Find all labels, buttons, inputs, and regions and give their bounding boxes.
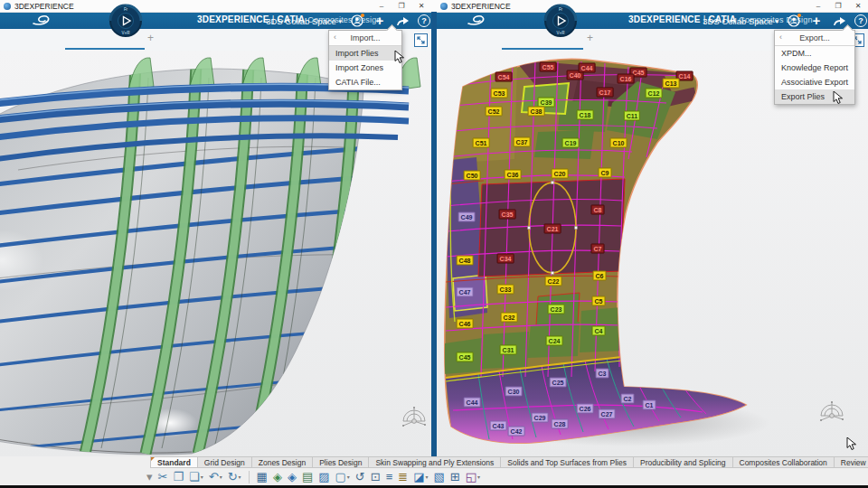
ribbon-tab-zones-design[interactable]: Zones Design [252, 456, 313, 468]
restore-layout-icon[interactable] [414, 33, 428, 47]
undo-icon[interactable]: ↶▾ [207, 469, 224, 484]
ply-label-c52[interactable]: C52 [486, 107, 503, 117]
create-grid-icon[interactable]: ◈ [271, 469, 284, 484]
ply-label-c1[interactable]: C1 [643, 400, 656, 410]
ply-label-c16[interactable]: C16 [618, 74, 635, 84]
ply-label-c37[interactable]: C37 [514, 137, 531, 147]
ply-label-c45[interactable]: C45 [457, 352, 474, 362]
ply-label-c30[interactable]: C30 [505, 387, 523, 397]
copy-icon[interactable]: ❐ [171, 469, 185, 484]
ply-label-c9[interactable]: C9 [599, 168, 612, 178]
ribbon-tab-producibility-and-splicing[interactable]: Producibility and Splicing [634, 456, 733, 468]
surface-check-icon[interactable]: ▧ [431, 469, 446, 484]
close-button[interactable]: ✕ [411, 2, 431, 10]
import-plies-menu-item[interactable]: Import Plies [329, 46, 401, 61]
ply-label-c7[interactable]: C7 [591, 244, 605, 254]
ply-label-c48[interactable]: C48 [457, 256, 474, 266]
xpdm-menu-item[interactable]: XPDM... [775, 46, 854, 61]
share-export-button[interactable] [832, 14, 846, 28]
help-button[interactable]: ? [418, 14, 430, 27]
customize-icon[interactable]: ▾ [145, 469, 155, 484]
ply-label-c34[interactable]: C34 [497, 254, 514, 264]
ply-label-c20[interactable]: C20 [552, 169, 569, 179]
ply-label-c27[interactable]: C27 [599, 409, 616, 419]
ply-label-c18[interactable]: C18 [577, 110, 594, 120]
paste-icon[interactable]: ❏▾ [187, 469, 205, 484]
import-zones-menu-item[interactable]: Import Zones [329, 61, 401, 75]
rotate-section-icon[interactable]: ↺ [354, 469, 367, 484]
grid-picker-icon[interactable]: ▨ [316, 469, 331, 484]
menu-back-icon[interactable]: ‹ [334, 33, 336, 42]
ribbon-tab-review[interactable]: Review [835, 456, 868, 468]
ply-label-c12[interactable]: C12 [646, 89, 663, 99]
viewport-plies-3d[interactable]: C55C54C40C44C45C16C14C13C53C39C17C12C52C… [431, 51, 868, 456]
catia-file-menu-item[interactable]: CATIA File... [329, 75, 401, 89]
ply-label-c43[interactable]: C43 [490, 421, 507, 431]
ply-label-c28[interactable]: C28 [552, 419, 569, 429]
ply-label-c44[interactable]: C44 [579, 63, 596, 73]
minimize-button[interactable]: – [808, 2, 828, 10]
ply-label-c5[interactable]: C5 [592, 296, 606, 306]
ply-label-c4[interactable]: C4 [592, 326, 606, 336]
ply-label-c10[interactable]: C10 [610, 138, 627, 148]
ribbon-tab-plies-design[interactable]: Plies Design [313, 456, 369, 468]
add-import-button[interactable]: + [809, 14, 824, 28]
new-tab-button[interactable]: + [587, 32, 593, 44]
ply-label-c26[interactable]: C26 [577, 404, 594, 414]
panel-icon[interactable]: ▢▾ [334, 469, 352, 484]
maximize-button[interactable]: ❐ [828, 2, 848, 10]
collab-space-selector[interactable]: 3DS Collab Space ▾ [266, 16, 342, 26]
ply-label-c24[interactable]: C24 [546, 336, 563, 346]
close-button[interactable]: ✕ [848, 2, 868, 10]
ply-label-c2[interactable]: C2 [621, 394, 635, 404]
menu-back-icon[interactable]: ‹ [779, 33, 782, 42]
ply-label-c51[interactable]: C51 [473, 138, 490, 148]
ply-label-c35[interactable]: C35 [499, 210, 516, 220]
ribbon-tab-solids-and-top-surfaces-from-plies[interactable]: Solids and Top Surfaces from Plies [501, 456, 634, 468]
maximize-button[interactable]: ❐ [392, 2, 411, 10]
ply-label-c25[interactable]: C25 [550, 378, 567, 388]
ply-label-c6[interactable]: C6 [593, 271, 607, 281]
stacking-management-icon[interactable]: ≡ [384, 469, 395, 484]
minimize-button[interactable]: – [372, 2, 392, 10]
knowledge-report-menu-item[interactable]: Knowledge Report [775, 61, 854, 75]
ply-label-c46[interactable]: C46 [457, 319, 474, 329]
ply-label-c29[interactable]: C29 [532, 413, 549, 423]
stacking-order-icon[interactable]: ≣ [396, 469, 410, 484]
profile-button[interactable] [787, 14, 801, 28]
3d-compass[interactable]: Fr V+R [108, 4, 143, 42]
ply-label-c47[interactable]: C47 [457, 287, 474, 297]
ply-label-c22[interactable]: C22 [545, 277, 562, 286]
ply-label-c55[interactable]: C55 [540, 62, 557, 72]
add-import-button[interactable]: + [373, 14, 387, 28]
ply-label-c38[interactable]: C38 [528, 107, 545, 117]
ply-label-c33[interactable]: C33 [497, 285, 514, 295]
ply-label-c50[interactable]: C50 [464, 171, 481, 181]
ply-transfer-icon[interactable]: ⊞ [448, 469, 462, 484]
export-menu-header[interactable]: ‹ Export... [775, 31, 854, 46]
ribbon-tab-skin-swapping-and-ply-extensions[interactable]: Skin Swapping and Ply Extensions [369, 456, 501, 468]
surface-from-grid-icon[interactable]: ◪▾ [411, 469, 429, 484]
ply-label-c3[interactable]: C3 [596, 369, 609, 379]
ply-label-c23[interactable]: C23 [548, 305, 565, 314]
ply-label-c53[interactable]: C53 [491, 89, 508, 99]
cut-icon[interactable]: ✂ [156, 469, 170, 484]
ply-label-c49[interactable]: C49 [458, 212, 476, 222]
ply-label-c17[interactable]: C17 [597, 88, 614, 98]
ply-label-c21[interactable]: C21 [544, 224, 561, 234]
ribbon-tab-standard[interactable]: Standard [150, 456, 198, 468]
help-button[interactable]: ? [854, 14, 867, 27]
ply-label-c54[interactable]: C54 [495, 72, 513, 82]
ply-label-c31[interactable]: C31 [500, 345, 517, 355]
ribbon-tab-grid-design[interactable]: Grid Design [198, 456, 252, 468]
ply-label-c8[interactable]: C8 [591, 205, 605, 215]
ply-label-c32[interactable]: C32 [501, 313, 518, 323]
active-document-tab[interactable] [65, 48, 145, 50]
section-box-icon[interactable]: ⊡ [369, 469, 382, 484]
active-document-tab[interactable] [502, 48, 583, 50]
3d-compass[interactable]: Fr V+R [543, 4, 578, 42]
export-document-icon[interactable]: ◱▾ [464, 469, 482, 484]
profile-button[interactable] [350, 14, 364, 28]
grid-panel-table-icon[interactable]: ▦ [255, 469, 269, 484]
update-icon[interactable]: ↻▾ [226, 469, 243, 484]
